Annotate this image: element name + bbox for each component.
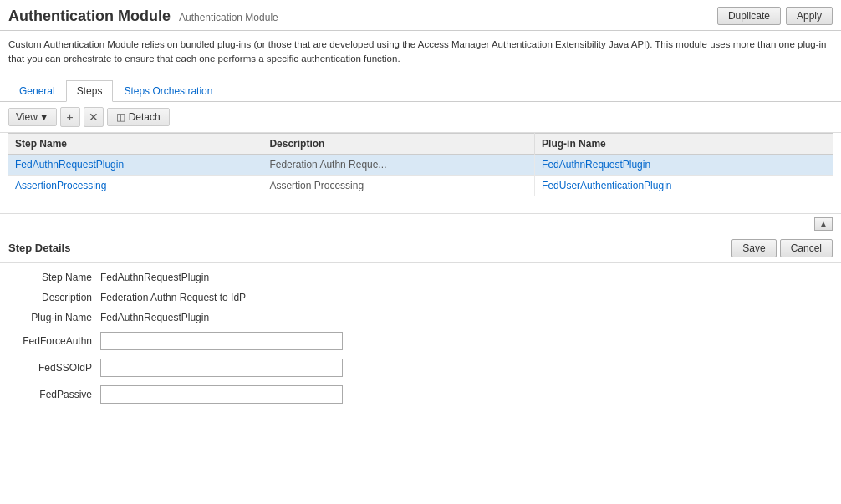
table-toolbar: View ▼ + ✕ ◫ Detach: [0, 102, 841, 133]
form-input-fedssoidp[interactable]: [100, 359, 343, 377]
table-header-row: Step Name Description Plug-in Name: [8, 133, 833, 154]
tab-steps[interactable]: Steps: [66, 80, 114, 102]
table-row[interactable]: AssertionProcessingAssertion ProcessingF…: [8, 175, 833, 196]
cell-description: Federation Authn Reque...: [262, 154, 535, 175]
header-left: Authentication Module Authentication Mod…: [8, 8, 278, 25]
form-label: FedSSOIdP: [8, 362, 100, 374]
form-value: FedAuthnRequestPlugin: [100, 272, 209, 283]
save-button[interactable]: Save: [731, 239, 776, 257]
form-row-plug-in-name: Plug-in NameFedAuthnRequestPlugin: [8, 312, 833, 323]
form-input-fedpassive[interactable]: [100, 385, 343, 404]
view-menu[interactable]: View ▼: [8, 108, 57, 126]
form-row-step-name: Step NameFedAuthnRequestPlugin: [8, 272, 833, 283]
delete-icon: ✕: [89, 110, 99, 124]
col-plugin-name: Plug-in Name: [535, 133, 833, 154]
tab-bar: General Steps Steps Orchestration: [0, 74, 841, 102]
header-buttons: Duplicate Apply: [717, 7, 833, 25]
detach-button[interactable]: ◫ Detach: [107, 108, 170, 126]
add-button[interactable]: +: [60, 107, 80, 127]
detach-icon: ◫: [116, 111, 125, 123]
form-value: Federation Authn Request to IdP: [100, 292, 246, 303]
delete-button[interactable]: ✕: [84, 107, 104, 127]
steps-table: Step Name Description Plug-in Name FedAu…: [8, 133, 833, 196]
form-label: Description: [8, 292, 100, 303]
step-details-header: Step Details Save Cancel: [0, 234, 841, 263]
steps-table-container: Step Name Description Plug-in Name FedAu…: [0, 133, 841, 196]
page-header: Authentication Module Authentication Mod…: [0, 0, 841, 31]
page-subtitle: Authentication Module: [179, 12, 278, 23]
view-label: View: [16, 111, 38, 123]
cancel-button[interactable]: Cancel: [780, 239, 833, 257]
page-title: Authentication Module: [8, 8, 171, 25]
form-label: FedForceAuthn: [8, 335, 100, 347]
cell-plugin-name: FedAuthnRequestPlugin: [535, 154, 833, 175]
page-description: Custom Authentication Module relies on b…: [0, 31, 841, 74]
step-details-title: Step Details: [8, 242, 70, 254]
table-row[interactable]: FedAuthnRequestPluginFederation Authn Re…: [8, 154, 833, 175]
tab-steps-orchestration[interactable]: Steps Orchestration: [113, 80, 223, 102]
form-label: FedPassive: [8, 389, 100, 400]
cell-step-name: FedAuthnRequestPlugin: [8, 154, 262, 175]
form-row-description: DescriptionFederation Authn Request to I…: [8, 292, 833, 303]
detach-label: Detach: [129, 111, 161, 123]
form-input-fedforceauthn[interactable]: [100, 332, 343, 350]
duplicate-button[interactable]: Duplicate: [717, 7, 781, 25]
cell-plugin-name: FedUserAuthenticationPlugin: [535, 175, 833, 196]
form-row-fedforceauthn: FedForceAuthn: [8, 332, 833, 350]
cell-step-name: AssertionProcessing: [8, 175, 262, 196]
step-details-action-buttons: Save Cancel: [731, 239, 833, 257]
col-step-name: Step Name: [8, 133, 262, 154]
tab-general[interactable]: General: [8, 80, 66, 102]
form-row-fedpassive: FedPassive: [8, 385, 833, 404]
form-row-fedssoidp: FedSSOIdP: [8, 359, 833, 377]
view-chevron-icon: ▼: [39, 111, 49, 123]
collapse-button[interactable]: ▲: [814, 217, 833, 231]
add-icon: +: [67, 110, 74, 124]
col-description: Description: [262, 133, 535, 154]
cell-description: Assertion Processing: [262, 175, 535, 196]
step-details-form: Step NameFedAuthnRequestPluginDescriptio…: [0, 263, 841, 420]
form-label: Plug-in Name: [8, 312, 100, 323]
apply-button[interactable]: Apply: [786, 7, 833, 25]
form-value: FedAuthnRequestPlugin: [100, 312, 209, 323]
divider-area: ▲: [0, 213, 841, 234]
form-label: Step Name: [8, 272, 100, 283]
